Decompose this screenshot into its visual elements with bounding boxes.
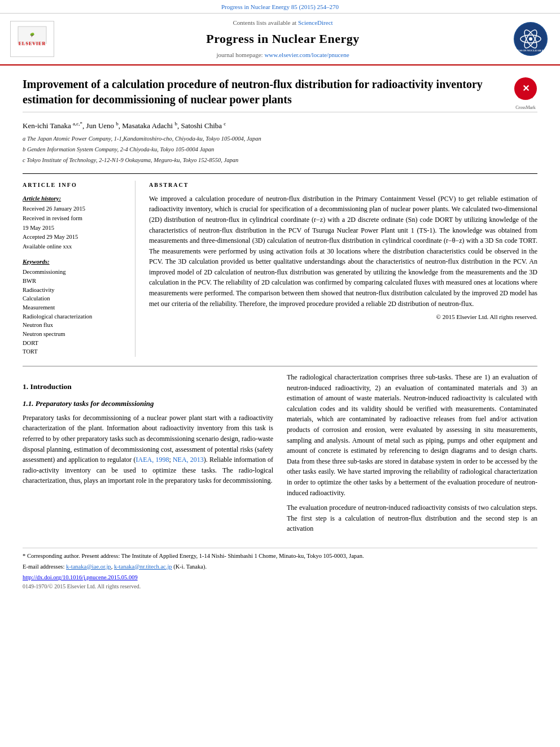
journal-header-center: Contents lists available at ScienceDirec… <box>64 18 501 60</box>
affiliations: a The Japan Atomic Power Company, 1-1,Ka… <box>23 134 537 165</box>
keywords-section: Keywords: Decommissioning BWR Radioactiv… <box>23 257 126 356</box>
journal-header: 🌳 ELSEVIER Contents lists available at S… <box>0 14 560 65</box>
article-info-col: ARTICLE INFO Article history: Received 2… <box>23 181 135 357</box>
article-info-abstract-row: ARTICLE INFO Article history: Received 2… <box>23 173 537 357</box>
history-item-1: Received in revised form <box>23 215 126 223</box>
article-title: Improvement of a calculation procedure o… <box>23 77 505 107</box>
keyword-5: Radiological characterization <box>23 313 126 321</box>
history-item-2: 19 May 2015 <box>23 224 126 233</box>
history-item-3: Accepted 29 May 2015 <box>23 233 126 242</box>
journal-top-bar: Progress in Nuclear Energy 85 (2015) 254… <box>0 0 560 14</box>
article-info-head: ARTICLE INFO <box>23 181 126 189</box>
authors-line: Ken-ichi Tanaka a,c,*, Jun Ueno b, Masat… <box>23 120 537 132</box>
crossmark-icon: ✕ CrossMark CrossMark <box>514 77 537 101</box>
journal-homepage: journal homepage: www.elsevier.com/locat… <box>216 50 349 60</box>
keyword-0: Decommissioning <box>23 268 126 277</box>
affiliation-b: b Genden Information System Company, 2-4… <box>23 145 537 155</box>
history-item-0: Received 26 January 2015 <box>23 205 126 213</box>
keyword-2: Radioactivity <box>23 286 126 295</box>
ref-nea-link[interactable]: NEA, 2013 <box>173 456 204 464</box>
email-note: (K-i. Tanaka). <box>173 563 207 570</box>
email-footnote: E-mail addresses: k-tanaka@iae.or.jp, k-… <box>23 562 537 571</box>
svg-text:CrossMark: CrossMark <box>518 95 533 99</box>
affiliation-c: c Tokyo Institute of Technology, 2-12-N1… <box>23 156 537 165</box>
keyword-7: Neutron spectrum <box>23 330 126 339</box>
keyword-3: Calculation <box>23 295 126 303</box>
email1-link[interactable]: k-tanaka@iae.or.jp <box>66 563 111 570</box>
abstract-text: We improved a calculation procedure of n… <box>149 194 537 309</box>
journal-citation: Progress in Nuclear Energy 85 (2015) 254… <box>221 3 339 10</box>
body-para-2: The radiological characterization compri… <box>287 372 537 498</box>
corresponding-footnote: * Corresponding author. Present address:… <box>23 552 537 561</box>
article-title-section: Improvement of a calculation procedure o… <box>23 77 537 112</box>
keyword-1: BWR <box>23 277 126 286</box>
journal-title: Progress in Nuclear Energy <box>206 29 359 48</box>
svg-point-7 <box>529 37 532 41</box>
keyword-9: TORT <box>23 348 126 356</box>
svg-text:PROGRESS IN NUCLEAR ENERGY: PROGRESS IN NUCLEAR ENERGY <box>514 49 548 52</box>
body-para-3: The evaluation procedure of neutron-indu… <box>287 503 537 534</box>
body-para-1: Preparatory tasks for decommissioning of… <box>23 413 273 486</box>
section-1-header: 1. Introduction <box>23 381 273 392</box>
doi-link[interactable]: http://dx.doi.org/10.1016/j.pnucene.2015… <box>23 574 138 580</box>
affiliation-a: a The Japan Atomic Power Company, 1-1,Ka… <box>23 134 537 144</box>
subsection-1-1-title: 1.1. Preparatory tasks for decommissioni… <box>23 398 273 409</box>
journal-badge: PROGRESS IN NUCLEAR ENERGY <box>514 22 548 56</box>
issn-line: 0149-1970/© 2015 Elsevier Ltd. All right… <box>23 582 537 591</box>
body-right-col: The radiological characterization compri… <box>287 372 537 539</box>
elsevier-logo-area: 🌳 ELSEVIER <box>7 18 58 60</box>
keyword-6: Neutron flux <box>23 321 126 330</box>
journal-homepage-link[interactable]: www.elsevier.com/locate/pnucene <box>264 51 349 58</box>
abstract-head: ABSTRACT <box>149 181 537 189</box>
journal-badge-area: PROGRESS IN NUCLEAR ENERGY <box>508 18 553 60</box>
svg-text:✕: ✕ <box>522 84 530 93</box>
authors-text: Ken-ichi Tanaka a,c,*, Jun Ueno b, Masat… <box>23 121 226 130</box>
keyword-8: DORT <box>23 339 126 348</box>
body-two-col: 1. Introduction 1.1. Preparatory tasks f… <box>23 372 537 539</box>
sciencedirect-link[interactable]: ScienceDirect <box>298 19 333 26</box>
svg-text:ELSEVIER: ELSEVIER <box>19 41 46 46</box>
paper-container: Improvement of a calculation procedure o… <box>0 65 560 602</box>
body-divider <box>23 366 537 366</box>
abstract-copyright: © 2015 Elsevier Ltd. All rights reserved… <box>149 312 537 322</box>
doi-line: http://dx.doi.org/10.1016/j.pnucene.2015… <box>23 573 537 582</box>
abstract-col: ABSTRACT We improved a calculation proce… <box>149 181 537 357</box>
history-item-4: Available online xxx <box>23 243 126 251</box>
svg-text:🌳: 🌳 <box>29 32 36 37</box>
elsevier-logo: 🌳 ELSEVIER <box>10 21 54 57</box>
email-label: E-mail addresses: <box>23 563 64 570</box>
email2-link[interactable]: k-tanaka@nr.titech.ac.jp <box>114 563 172 570</box>
keywords-label: Keywords: <box>23 257 126 267</box>
footnote-area: * Corresponding author. Present address:… <box>23 548 537 591</box>
sciencedirect-line: Contents lists available at ScienceDirec… <box>233 18 333 28</box>
keyword-4: Measurement <box>23 304 126 312</box>
body-left-col: 1. Introduction 1.1. Preparatory tasks f… <box>23 372 273 539</box>
ref-iaea-link[interactable]: IAEA, 1998 <box>136 456 169 464</box>
article-history-label: Article history: <box>23 194 126 203</box>
